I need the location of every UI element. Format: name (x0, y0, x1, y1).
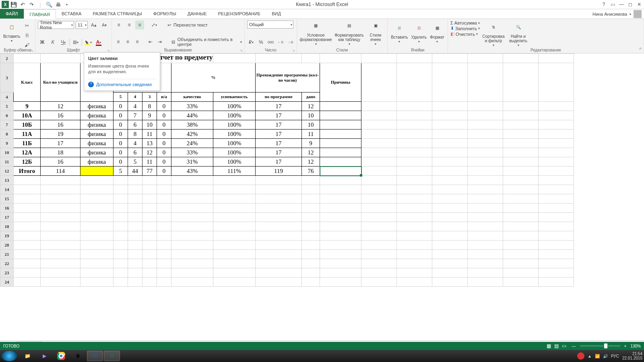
align-launcher-icon[interactable]: ↘ (240, 49, 243, 52)
chrome-icon[interactable] (53, 351, 69, 361)
view-mode-buttons[interactable]: ▦▤▭ (545, 343, 568, 349)
qat-customize-icon[interactable]: ▾ (63, 0, 71, 8)
borders-button[interactable]: ⊞ (71, 38, 80, 47)
minimize-icon[interactable]: — (617, 1, 625, 8)
sort-filter-button[interactable]: ⇅Сортировка и фильтр (481, 21, 506, 47)
paste-button[interactable]: 📋 Вставить ▾ (2, 21, 21, 43)
clipboard-launcher-icon[interactable]: ↘ (31, 49, 33, 52)
comma-icon[interactable]: 000 (266, 38, 275, 47)
align-center-icon[interactable]: ≡ (124, 37, 132, 46)
underline-button[interactable]: Ч (59, 38, 68, 47)
clear-button[interactable]: ◧Очистить (450, 31, 480, 37)
ribbon-options-icon[interactable]: ▭ (609, 1, 617, 8)
zoom-slider[interactable] (580, 345, 620, 347)
format-cells-button[interactable]: ▦Формат (429, 21, 445, 44)
user-area[interactable]: Нина Анисимова ▾ (592, 9, 642, 19)
network-icon[interactable]: 📶 (595, 354, 600, 358)
start-button[interactable] (2, 351, 17, 361)
spreadsheet-area[interactable]: тчет по предмету 23КлассКол-во учащихсяП… (0, 53, 644, 338)
group-styles-label: Стили (297, 48, 387, 52)
find-select-button[interactable]: 🔍Найти и выделить (507, 21, 529, 47)
align-left-icon[interactable]: ≡ (114, 37, 122, 46)
language-indicator[interactable]: РУС (611, 354, 619, 358)
fill-color-button[interactable] (84, 38, 93, 47)
normal-view-icon[interactable]: ▦ (545, 343, 553, 349)
decrease-decimal-icon[interactable]: →0 (286, 38, 294, 47)
align-top-icon[interactable]: ≡ (114, 21, 123, 29)
collapse-ribbon-icon[interactable]: ㅅ (638, 46, 642, 51)
fill-button[interactable]: ⬇Заполнить (450, 26, 480, 31)
explorer-icon[interactable]: 📁 (19, 351, 35, 361)
tooltip-more-link[interactable]: ? Дополнительные сведения (88, 79, 156, 87)
delete-cells-button[interactable]: ⊟Удалить (411, 21, 427, 44)
merge-center-button[interactable]: ⊟Объединить и поместить в центре (171, 37, 242, 47)
font-color-button[interactable]: А (94, 38, 103, 47)
zoom-thumb[interactable] (604, 343, 607, 348)
calculator-icon[interactable]: 🖩 (70, 351, 86, 361)
italic-button[interactable]: К (48, 38, 57, 47)
volume-icon[interactable]: 🔊 (603, 354, 608, 358)
avatar[interactable] (634, 10, 642, 18)
wrap-text-button[interactable]: ↩Перенести текст (166, 22, 208, 28)
number-launcher-icon[interactable]: ↘ (292, 49, 295, 52)
font-family-combo[interactable]: Times New Roma (38, 21, 74, 29)
tab-home[interactable]: ГЛАВНАЯ (24, 9, 56, 19)
bold-button[interactable]: Ж (38, 38, 47, 47)
align-right-icon[interactable]: ≡ (133, 37, 141, 46)
tray-expand-icon[interactable]: ▲ (588, 354, 592, 358)
page-break-icon[interactable]: ▭ (560, 343, 568, 349)
font-launcher-icon[interactable]: ↘ (107, 49, 110, 52)
help-icon[interactable]: ? (600, 1, 608, 8)
tab-insert[interactable]: ВСТАВКА (56, 9, 87, 19)
maximize-icon[interactable]: ◻ (626, 1, 634, 8)
align-middle-icon[interactable]: ≡ (125, 21, 134, 29)
visualstudio-icon[interactable]: ▶ (36, 351, 52, 361)
increase-indent-icon[interactable]: ⇥ (156, 37, 164, 46)
zoom-level[interactable]: 130% (630, 344, 641, 348)
quick-print-icon[interactable]: 🖶 (54, 0, 62, 8)
tab-view[interactable]: ВИД (266, 9, 287, 19)
save-icon[interactable]: 💾 (10, 0, 18, 8)
zoom-in-icon[interactable]: + (624, 344, 627, 348)
conditional-formatting-button[interactable]: ▦Условное форматирование (300, 19, 332, 46)
page-layout-icon[interactable]: ▤ (553, 343, 560, 349)
svg-rect-1 (96, 45, 101, 46)
fill-color-tooltip: Цвет заливки Изменение цвета фона ячеек … (84, 52, 160, 91)
tab-file[interactable]: ФАЙЛ (0, 9, 24, 19)
cut-icon[interactable]: ✂ (23, 21, 31, 30)
autosum-button[interactable]: ΣАвтосумма (450, 21, 480, 25)
print-preview-icon[interactable]: 🔍 (45, 0, 53, 8)
decrease-font-icon[interactable]: A▾ (100, 21, 109, 29)
increase-font-icon[interactable]: A▴ (89, 21, 98, 29)
percent-icon[interactable]: % (257, 38, 265, 47)
close-icon[interactable]: ✕ (635, 1, 643, 8)
excel-icon[interactable]: X (2, 1, 9, 8)
redo-icon[interactable]: ↷ (27, 0, 35, 8)
tray-app-icon[interactable] (577, 352, 584, 360)
tab-formulas[interactable]: ФОРМУЛЫ (148, 9, 182, 19)
undo-icon[interactable]: ↶ (19, 0, 27, 8)
currency-icon[interactable]: ₽ (247, 38, 255, 47)
orientation-icon[interactable]: ⤢ (150, 21, 159, 29)
decrease-indent-icon[interactable]: ⇤ (147, 37, 155, 46)
cell-styles-button[interactable]: ▣Стили ячеек (367, 19, 385, 46)
align-bottom-icon[interactable]: ≡ (135, 21, 144, 29)
clock[interactable]: 21:54 22.01.2015 (622, 352, 642, 360)
font-size-combo[interactable]: 11 (76, 21, 88, 29)
increase-decimal-icon[interactable]: ←0 (277, 38, 285, 47)
number-format-combo[interactable]: Общий (247, 21, 293, 29)
group-alignment: ≡ ≡ ≡ ⤢ ↩Перенести текст ≡ ≡ ≡ ⇤ ⇥ ⊟Объе… (112, 19, 245, 53)
word-icon[interactable]: W (87, 351, 103, 361)
tab-page-layout[interactable]: РАЗМЕТКА СТРАНИЦЫ (87, 9, 147, 19)
copy-icon[interactable]: ⎘ (23, 31, 31, 40)
group-editing-label: Редактирование (448, 48, 644, 52)
zoom-out-icon[interactable]: — (572, 344, 576, 348)
tab-data[interactable]: ДАННЫЕ (182, 9, 213, 19)
excel-taskbar-icon[interactable]: X (104, 351, 120, 361)
format-as-table-button[interactable]: ▤Форматировать как таблицу (334, 19, 365, 46)
group-clipboard: 📋 Вставить ▾ ✂ ⎘ 🖌 Буфер обмена↘ (0, 19, 35, 53)
user-dropdown-icon[interactable]: ▾ (630, 12, 631, 16)
insert-cells-button[interactable]: ⊞Вставить (390, 21, 409, 44)
eraser-icon: ◧ (450, 31, 454, 37)
tab-review[interactable]: РЕЦЕНЗИРОВАНИЕ (212, 9, 266, 19)
